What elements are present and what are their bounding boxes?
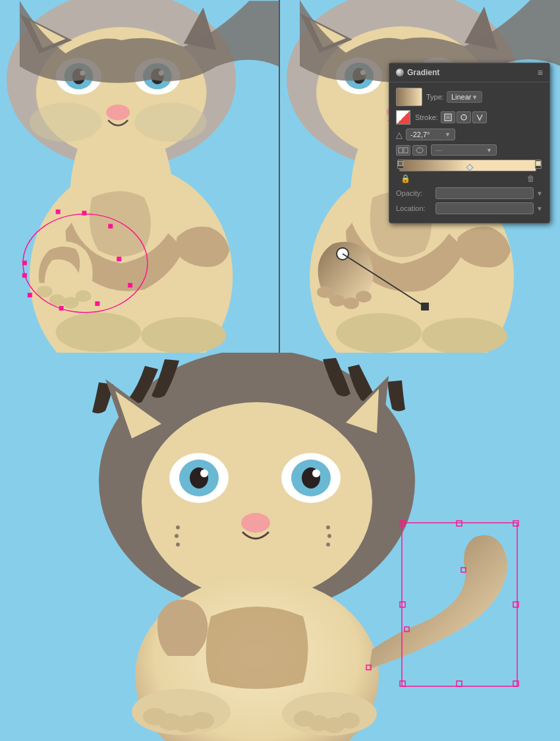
svg-rect-23	[108, 224, 113, 229]
location-row: Location: ▼	[396, 202, 543, 214]
svg-point-78	[326, 543, 330, 547]
svg-point-45	[317, 286, 333, 298]
svg-rect-28	[28, 293, 32, 297]
svg-rect-26	[95, 301, 99, 306]
angle-value: -22,7°	[410, 131, 430, 138]
opacity-input[interactable]	[435, 187, 534, 199]
svg-point-60	[416, 148, 423, 153]
type-label: Type:	[426, 93, 444, 101]
svg-point-71	[312, 469, 320, 477]
gradient-panel-title: Gradient	[396, 68, 439, 77]
top-row: Gradient ≡ Type: Linear ▼	[0, 0, 560, 353]
svg-rect-29	[22, 273, 27, 278]
aspect-dropdown-icon: ▼	[486, 147, 492, 154]
stroke-row: Stroke:	[396, 110, 543, 125]
main-container: Gradient ≡ Type: Linear ▼	[0, 0, 560, 741]
panel-bottom[interactable]	[0, 353, 560, 741]
aspect-input[interactable]: — ▼	[431, 144, 497, 156]
gradient-type-value: Linear	[451, 93, 472, 101]
gradient-panel-body: Type: Linear ▼ Stroke:	[389, 82, 549, 223]
svg-point-16	[49, 294, 65, 306]
svg-point-31	[141, 317, 226, 353]
gradient-stop-left[interactable]	[397, 160, 404, 169]
stroke-label: Stroke:	[415, 113, 438, 121]
angle-dropdown-icon: ▼	[445, 131, 451, 138]
gradient-stop-right[interactable]	[535, 160, 542, 169]
svg-point-70	[200, 469, 208, 477]
opacity-row: Opacity: ▼	[396, 187, 543, 199]
svg-rect-59	[404, 148, 408, 153]
svg-point-76	[326, 525, 330, 529]
panel-right[interactable]: Gradient ≡ Type: Linear ▼	[280, 0, 560, 353]
svg-point-75	[176, 543, 180, 547]
location-label: Location:	[396, 204, 435, 212]
svg-point-30	[56, 312, 141, 352]
svg-point-84	[190, 712, 214, 729]
svg-rect-25	[128, 283, 132, 287]
gradient-title-text: Gradient	[407, 68, 439, 77]
gradient-panel: Gradient ≡ Type: Linear ▼	[389, 63, 550, 223]
svg-point-52	[336, 313, 422, 353]
svg-point-18	[75, 290, 91, 302]
gradient-preview-box[interactable]	[396, 88, 422, 106]
svg-rect-55	[446, 115, 450, 119]
svg-point-73	[176, 525, 180, 529]
delete-gradient-stop-icon[interactable]: 🗑	[527, 174, 535, 183]
svg-point-15	[37, 285, 53, 297]
svg-point-77	[327, 534, 331, 538]
gradient-bar-container: 🔒 🗑	[396, 160, 543, 183]
color-swatch[interactable]	[396, 110, 410, 125]
svg-point-74	[175, 534, 179, 538]
type-row: Type: Linear ▼	[396, 88, 543, 106]
aspect-icon-1[interactable]	[396, 145, 410, 156]
opacity-label: Opacity:	[396, 189, 435, 197]
svg-point-12	[106, 105, 130, 121]
panel-left[interactable]	[0, 0, 280, 353]
svg-rect-20	[22, 260, 27, 265]
gradient-circle-icon	[396, 69, 404, 76]
type-select-container: Type: Linear ▼	[426, 91, 482, 103]
dropdown-arrow-icon: ▼	[471, 94, 478, 101]
aspect-icons	[396, 145, 427, 156]
stroke-btn-3[interactable]	[472, 111, 487, 123]
svg-point-48	[356, 291, 372, 303]
svg-rect-51	[421, 303, 429, 311]
angle-row: △ -22,7° ▼	[396, 129, 543, 140]
angle-input[interactable]: -22,7° ▼	[406, 129, 455, 140]
location-dropdown-icon[interactable]: ▼	[536, 205, 543, 212]
stroke-buttons	[441, 111, 487, 123]
svg-point-63	[142, 402, 372, 600]
svg-rect-27	[59, 306, 64, 311]
svg-point-13	[30, 103, 101, 142]
svg-point-72	[241, 513, 270, 533]
stroke-btn-1[interactable]	[441, 111, 455, 123]
svg-point-14	[134, 103, 206, 142]
svg-point-89	[339, 713, 360, 728]
svg-rect-21	[56, 210, 61, 214]
svg-rect-58	[399, 148, 403, 153]
svg-rect-22	[82, 211, 86, 216]
stroke-btn-2[interactable]	[457, 111, 471, 123]
aspect-value: —	[435, 146, 442, 154]
gradient-panel-header[interactable]: Gradient ≡	[389, 63, 549, 82]
svg-point-46	[329, 295, 345, 307]
opacity-dropdown-icon[interactable]: ▼	[536, 190, 543, 197]
svg-rect-24	[117, 256, 121, 261]
aspect-row: — ▼	[396, 144, 543, 156]
gradient-type-select[interactable]: Linear ▼	[447, 91, 482, 103]
gradient-controls-row: 🔒 🗑	[399, 174, 536, 183]
angle-icon: △	[396, 130, 403, 140]
panel-menu-icon[interactable]: ≡	[538, 67, 543, 78]
location-input[interactable]	[435, 202, 534, 214]
aspect-icon-2[interactable]	[412, 145, 427, 156]
lock-left-icon[interactable]: 🔒	[401, 174, 410, 183]
